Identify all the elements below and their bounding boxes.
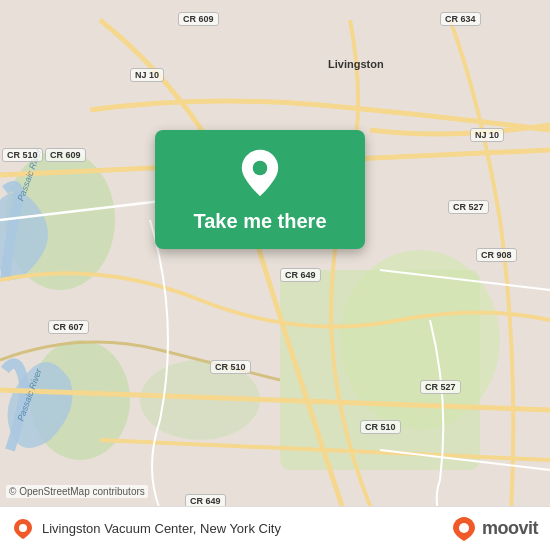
location-name: Livingston Vacuum Center, New York City <box>42 521 281 536</box>
location-pin-icon <box>235 148 285 198</box>
moovit-logo-icon <box>450 515 478 543</box>
road-label-cr609-top: CR 609 <box>178 12 219 26</box>
road-label-nj10-right: NJ 10 <box>470 128 504 142</box>
road-label-cr510-left: CR 510 <box>2 148 43 162</box>
road-label-cr607: CR 607 <box>48 320 89 334</box>
place-label-livingston: Livingston <box>328 58 384 70</box>
svg-point-15 <box>459 523 469 533</box>
road-label-cr908: CR 908 <box>476 248 517 262</box>
map-container: Passaic River Passaic River CR 609 CR 63… <box>0 0 550 550</box>
road-label-nj10-top: NJ 10 <box>130 68 164 82</box>
moovit-logo: moovit <box>450 515 538 543</box>
svg-point-14 <box>19 524 27 532</box>
map-background <box>0 0 550 550</box>
road-label-cr634: CR 634 <box>440 12 481 26</box>
road-label-cr510-mid: CR 510 <box>210 360 251 374</box>
road-label-cr527-right: CR 527 <box>448 200 489 214</box>
take-me-there-card[interactable]: Take me there <box>155 130 365 249</box>
road-label-cr527-lower: CR 527 <box>420 380 461 394</box>
moovit-pin-icon <box>12 518 34 540</box>
bottom-bar: Livingston Vacuum Center, New York City … <box>0 506 550 550</box>
road-label-cr649-mid: CR 649 <box>280 268 321 282</box>
road-label-cr510-lower: CR 510 <box>360 420 401 434</box>
road-label-cr609-mid: CR 609 <box>45 148 86 162</box>
svg-rect-4 <box>280 270 480 470</box>
openstreetmap-attribution: © OpenStreetMap contributors <box>6 485 148 498</box>
moovit-text: moovit <box>482 518 538 539</box>
svg-point-13 <box>253 161 268 176</box>
take-me-there-button[interactable]: Take me there <box>193 210 326 233</box>
